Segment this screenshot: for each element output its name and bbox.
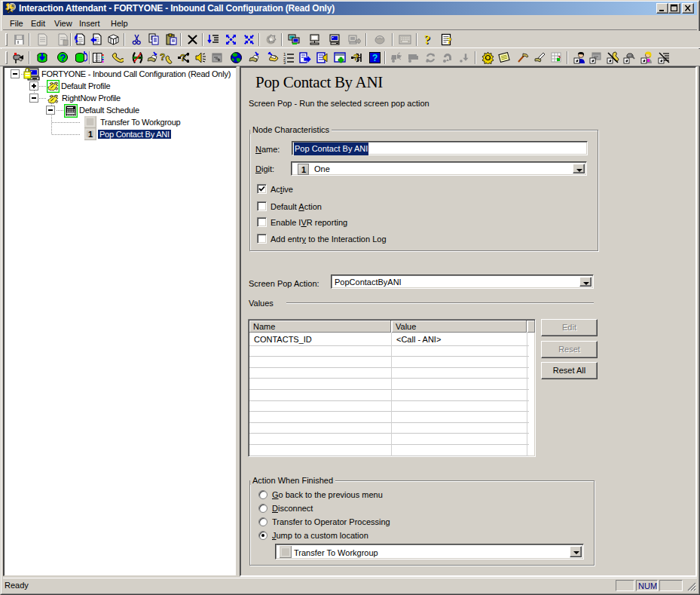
svg-text:?: ?	[372, 53, 378, 63]
svg-text:?: ?	[424, 33, 430, 46]
svg-text:?: ?	[447, 35, 452, 46]
svg-text:?: ?	[353, 53, 359, 62]
svg-text:?: ?	[60, 52, 66, 63]
svg-text:3: 3	[283, 60, 286, 64]
svg-text:?: ?	[180, 52, 186, 63]
svg-text:?: ?	[160, 52, 165, 63]
svg-text:1: 1	[88, 130, 93, 139]
